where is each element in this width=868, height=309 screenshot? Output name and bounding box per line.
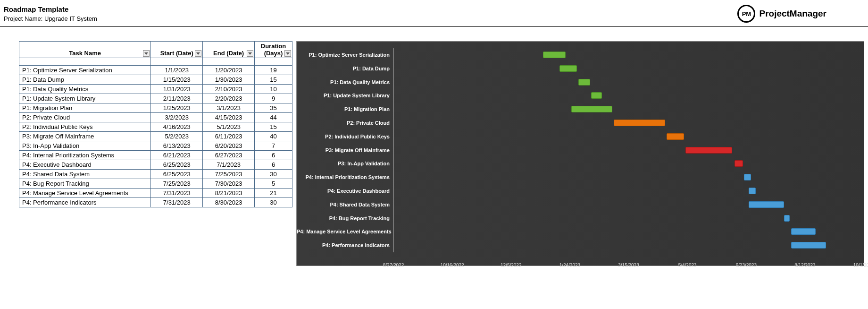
col-header-duration: Duration (Days) (255, 42, 292, 58)
cell-duration: 44 (255, 113, 292, 122)
cell-start: 6/13/2023 (151, 141, 203, 151)
cell-task: P4: Bug Report Tracking (19, 179, 151, 189)
table-row: P2: Private Cloud3/2/20234/15/202344 (19, 113, 292, 122)
cell-task: P2: Private Cloud (19, 113, 151, 122)
cell-end: 5/1/2023 (203, 122, 255, 132)
gantt-bar (543, 52, 565, 58)
gantt-bar (749, 188, 756, 194)
logo: PM ProjectManager (737, 5, 826, 23)
cell-start: 1/31/2023 (151, 85, 203, 94)
x-axis-tick: 8/12/2023 (794, 263, 816, 268)
gantt-row (394, 103, 864, 116)
header: Roadmap Template Project Name: Upgrade I… (0, 0, 868, 27)
cell-duration: 35 (255, 103, 292, 113)
cell-duration: 30 (255, 198, 292, 207)
col-header-start-label: Start (Date) (160, 50, 193, 57)
table-row: P4: Shared Data System6/25/20237/25/2023… (19, 170, 292, 179)
cell-task: P1: Data Quality Metrics (19, 85, 151, 94)
filter-dropdown-icon[interactable] (284, 50, 291, 57)
gantt-bar (791, 228, 816, 235)
table-row: P2: Individual Public Keys4/16/20235/1/2… (19, 122, 292, 132)
cell-start: 6/21/2023 (151, 151, 203, 160)
gantt-row-label: P1: Optimize Server Serialization (297, 48, 393, 62)
table-row: P4: Executive Dashboard6/25/20237/1/2023… (19, 160, 292, 170)
x-axis-tick: 8/27/2022 (383, 263, 404, 268)
cell-start: 1/25/2023 (151, 103, 203, 113)
cell-task: P3: Migrate Off Mainframe (19, 132, 151, 141)
cell-duration: 40 (255, 132, 292, 141)
task-table-wrap: Task Name Start (Date) End (Date) Durati… (19, 41, 292, 266)
gantt-row-label: P4: Executive Dashboard (297, 184, 393, 198)
gantt-row (394, 116, 864, 130)
x-axis-tick: 5/4/2023 (678, 263, 697, 268)
cell-task: P1: Data Dump (19, 75, 151, 85)
cell-start: 2/11/2023 (151, 94, 203, 103)
gantt-plot-area (393, 48, 864, 252)
gantt-row (394, 48, 864, 62)
table-row: P3: Migrate Off Mainframe5/2/20236/11/20… (19, 132, 292, 141)
table-row: P1: Data Quality Metrics1/31/20232/10/20… (19, 85, 292, 94)
cell-end: 6/11/2023 (203, 132, 255, 141)
x-axis-tick: 12/5/2022 (501, 263, 522, 268)
x-axis-tick: 10/1/2023 (853, 263, 868, 268)
col-header-task: Task Name (19, 42, 151, 58)
col-header-start: Start (Date) (151, 42, 203, 58)
cell-duration: 6 (255, 151, 292, 160)
doc-title: Roadmap Template (4, 5, 97, 13)
filter-dropdown-icon[interactable] (195, 50, 201, 57)
gantt-bar (591, 92, 601, 99)
cell-task: P3: In-App Validation (19, 141, 151, 151)
cell-task: P4: Internal Prioritization Systems (19, 151, 151, 160)
table-row: P1: Migration Plan1/25/20233/1/202335 (19, 103, 292, 113)
gantt-row (394, 144, 864, 157)
gantt-row-label: P1: Migration Plan (297, 103, 393, 116)
gantt-row-label: P1: Data Dump (297, 62, 393, 76)
cell-start: 4/16/2023 (151, 122, 203, 132)
x-axis-tick: 10/16/2022 (441, 263, 464, 268)
cell-task: P1: Update System Library (19, 94, 151, 103)
cell-end: 7/30/2023 (203, 179, 255, 189)
gantt-bar (614, 120, 666, 126)
table-row: P1: Optimize Server Serialization1/1/202… (19, 66, 292, 75)
cell-duration: 5 (255, 179, 292, 189)
gantt-row (394, 239, 864, 252)
cell-duration: 15 (255, 75, 292, 85)
gantt-row (394, 62, 864, 76)
cell-end: 6/27/2023 (203, 151, 255, 160)
gantt-bar (784, 215, 790, 222)
header-left: Roadmap Template Project Name: Upgrade I… (4, 5, 97, 22)
gantt-y-axis: P1: Optimize Server SerializationP1: Dat… (297, 42, 393, 266)
cell-end: 2/20/2023 (203, 94, 255, 103)
gantt-row (394, 225, 864, 239)
col-header-end-label: End (Date) (213, 50, 244, 57)
table-row: P4: Bug Report Tracking7/25/20237/30/202… (19, 179, 292, 189)
gantt-bar (791, 242, 826, 249)
filter-dropdown-icon[interactable] (143, 50, 150, 57)
cell-start: 7/31/2023 (151, 198, 203, 207)
cell-end: 7/25/2023 (203, 170, 255, 179)
gantt-row (394, 198, 864, 212)
content: Task Name Start (Date) End (Date) Durati… (0, 27, 868, 275)
gantt-bar (734, 160, 743, 167)
col-header-task-label: Task Name (69, 50, 101, 57)
gantt-bar (578, 79, 590, 86)
gantt-chart: P1: Optimize Server SerializationP1: Dat… (296, 41, 864, 266)
cell-duration: 30 (255, 170, 292, 179)
cell-task: P1: Migration Plan (19, 103, 151, 113)
x-axis-tick: 6/23/2023 (736, 263, 757, 268)
cell-duration: 6 (255, 160, 292, 170)
spacer-row (19, 58, 292, 66)
gantt-row-label: P4: Shared Data System (297, 198, 393, 212)
gantt-bar (559, 65, 577, 72)
table-row: P4: Manage Service Level Agreements7/31/… (19, 189, 292, 198)
gantt-row-label: P1: Data Quality Metrics (297, 76, 393, 89)
col-header-end: End (Date) (203, 42, 255, 58)
gantt-bar (685, 147, 733, 154)
gantt-bar (667, 133, 684, 140)
gantt-bar (571, 106, 612, 112)
table-row: P4: Performance Indicators7/31/20238/30/… (19, 198, 292, 207)
filter-dropdown-icon[interactable] (247, 50, 253, 57)
cell-start: 6/25/2023 (151, 170, 203, 179)
gantt-row (394, 171, 864, 184)
project-name: Project Name: Upgrade IT System (4, 15, 97, 22)
